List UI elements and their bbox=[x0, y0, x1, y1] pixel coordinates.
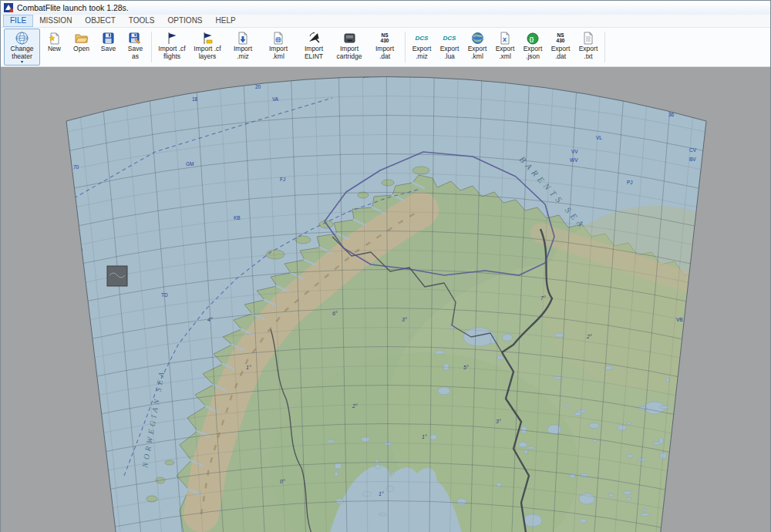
import-dat-button[interactable]: NS430Import .dat bbox=[368, 29, 402, 66]
chart-code-label: VB bbox=[676, 317, 683, 322]
app-window: CombatFlite launch took 1.28s. FILEMISSI… bbox=[0, 0, 771, 532]
change-theater-label: Change theater bbox=[5, 45, 39, 60]
import-kml-label: Import .kml bbox=[263, 45, 294, 60]
export-txt-label: Export .txt bbox=[577, 45, 600, 60]
toolbar-separator bbox=[405, 32, 406, 62]
export-xml-label: Export .xml bbox=[493, 45, 517, 60]
chart-code-label: 66 bbox=[94, 491, 100, 497]
dcs-icon: DCS bbox=[416, 31, 429, 45]
menu-tools[interactable]: TOOLS bbox=[123, 15, 161, 26]
import-group: Import .cf flightsImport .cf layersImpor… bbox=[154, 29, 402, 66]
isogonic-label: 3° bbox=[402, 317, 407, 322]
isogonic-label: 6° bbox=[332, 311, 338, 316]
import-cf-flights-label: Import .cf flights bbox=[157, 45, 187, 60]
file-group: NewOpenSaveSave as bbox=[41, 29, 149, 66]
export-lua-button[interactable]: DCSExport .lua bbox=[436, 29, 463, 66]
import-cf-flights-button[interactable]: Import .cf flights bbox=[155, 29, 189, 66]
flaglayers-icon bbox=[202, 31, 214, 45]
export-kml-button[interactable]: Export .kml bbox=[464, 29, 490, 66]
chart-code-label: FJ bbox=[280, 177, 285, 182]
export-json-button[interactable]: {}Export .json bbox=[520, 29, 546, 66]
import-kml-button[interactable]: Import .kml bbox=[261, 29, 295, 66]
menu-help[interactable]: HELP bbox=[210, 15, 242, 26]
isogonic-label: 2° bbox=[586, 334, 592, 339]
chart-code-label: 18 bbox=[192, 96, 198, 102]
open-button[interactable]: Open bbox=[69, 29, 94, 66]
json-icon: {} bbox=[527, 31, 539, 45]
export-miz-label: Export .miz bbox=[410, 45, 433, 60]
xml-icon: x bbox=[500, 31, 510, 45]
isogonic-label: 4° bbox=[207, 317, 213, 322]
open-icon bbox=[75, 31, 89, 45]
isogonic-label: 1° bbox=[246, 365, 251, 370]
window-title: CombatFlite launch took 1.28s. bbox=[17, 3, 129, 12]
map-canvas[interactable]: BARENTS SEA NORWEGIAN SEA 70696867661820… bbox=[1, 67, 771, 532]
save-icon bbox=[103, 31, 114, 45]
save-button[interactable]: Save bbox=[96, 29, 121, 66]
docmiz-icon bbox=[237, 31, 248, 45]
new-label: New bbox=[48, 45, 61, 53]
chart-code-label: NL bbox=[460, 72, 467, 77]
toolbar-separator bbox=[151, 32, 152, 62]
new-button[interactable]: New bbox=[42, 29, 67, 66]
chart-code-label: QL bbox=[709, 170, 715, 177]
chart-code-label: 20 bbox=[255, 84, 261, 89]
isogonic-label: 5° bbox=[463, 365, 469, 370]
ns430-icon: NS430 bbox=[381, 31, 389, 45]
isogonic-label: 0° bbox=[280, 479, 285, 484]
open-label: Open bbox=[73, 45, 89, 53]
chart-code-label: 68 bbox=[82, 331, 88, 336]
dcs-icon: DCS bbox=[443, 31, 456, 45]
lake bbox=[685, 500, 712, 517]
menu-options[interactable]: OPTIONS bbox=[162, 15, 209, 26]
chart-code-label: VV bbox=[571, 149, 578, 154]
lake bbox=[669, 450, 692, 463]
menu-mission[interactable]: MISSION bbox=[33, 15, 78, 26]
chart-code-label: 24 bbox=[363, 73, 369, 79]
toolbar: Change theater ▾ NewOpenSaveSave as Impo… bbox=[1, 28, 770, 67]
isogonic-label: 1° bbox=[422, 434, 427, 439]
flag-icon bbox=[167, 31, 177, 45]
export-lua-label: Export .lua bbox=[438, 45, 461, 60]
export-xml-button[interactable]: xExport .xml bbox=[492, 29, 518, 66]
menu-file[interactable]: FILE bbox=[4, 15, 32, 26]
save-as-button[interactable]: Save as bbox=[123, 29, 148, 66]
chart-code-label: MA bbox=[429, 71, 437, 76]
import-miz-button[interactable]: Import .miz bbox=[226, 29, 260, 66]
import-miz-label: Import .miz bbox=[227, 45, 258, 60]
import-cartridge-label: Import cartridge bbox=[334, 45, 365, 60]
isogonic-label: 1° bbox=[379, 491, 384, 497]
save-label: Save bbox=[101, 45, 116, 53]
globe2-icon bbox=[471, 31, 484, 45]
isogonic-label: 7° bbox=[540, 295, 546, 301]
chart-code-label: GM bbox=[186, 161, 194, 167]
titlebar: CombatFlite launch took 1.28s. bbox=[1, 1, 770, 15]
import-dat-label: Import .dat bbox=[369, 45, 400, 60]
isogonic-label: 2° bbox=[352, 403, 358, 409]
export-dat-button[interactable]: NS430Export .dat bbox=[547, 29, 574, 66]
menu-object[interactable]: OBJECT bbox=[79, 15, 121, 26]
new-icon bbox=[49, 31, 60, 45]
chart-code-label: VA bbox=[272, 96, 279, 102]
chart-code-label: 70 bbox=[73, 164, 79, 170]
export-txt-button[interactable]: Export .txt bbox=[575, 29, 601, 66]
svg-text:{}: {} bbox=[530, 35, 534, 42]
export-json-label: Export .json bbox=[521, 45, 544, 60]
change-theater-button[interactable]: Change theater ▾ bbox=[4, 29, 40, 66]
import-elint-button[interactable]: Import ELINT bbox=[297, 29, 331, 66]
chart-fan: BARENTS SEA NORWEGIAN SEA 70696867661820… bbox=[1, 67, 771, 532]
chart-code-label: WV bbox=[570, 157, 578, 163]
chart-code-label: 28 bbox=[471, 75, 477, 80]
chart-code-label: TD bbox=[161, 292, 168, 298]
import-cartridge-button[interactable]: Import cartridge bbox=[332, 29, 366, 66]
menubar: FILEMISSIONOBJECTTOOLSOPTIONSHELP bbox=[1, 15, 770, 28]
import-cf-layers-button[interactable]: Import .cf layers bbox=[190, 29, 224, 66]
chart-code-label: VL bbox=[596, 135, 602, 140]
saveas-icon bbox=[129, 31, 142, 45]
ns430-icon: NS430 bbox=[557, 31, 565, 45]
export-miz-button[interactable]: DCSExport .miz bbox=[409, 29, 435, 66]
txt-icon bbox=[583, 31, 594, 45]
chart-code-label: CV bbox=[689, 147, 697, 153]
toolbar-separator bbox=[604, 32, 605, 62]
map-area: BARENTS SEA NORWEGIAN SEA 70696867661820… bbox=[1, 67, 770, 532]
